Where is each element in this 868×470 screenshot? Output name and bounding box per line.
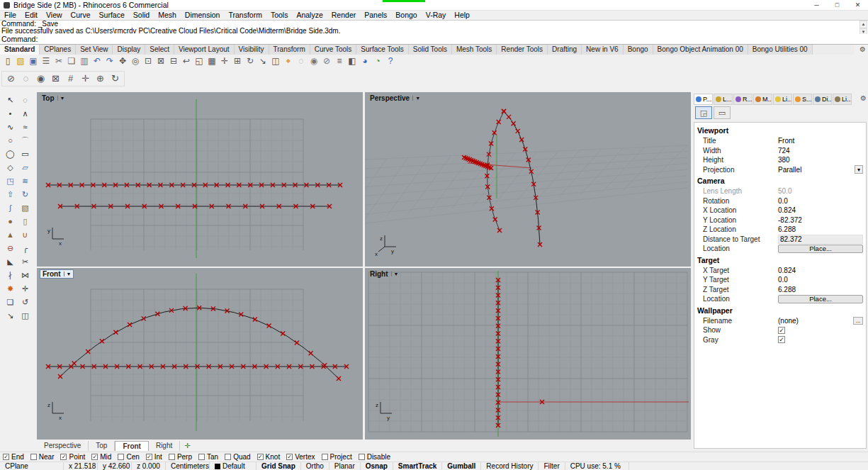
menu-analyze[interactable]: Analyze <box>292 11 327 20</box>
mirror-icon[interactable]: ◫ <box>269 55 282 67</box>
boolean-union-icon[interactable]: ∪ <box>18 228 33 242</box>
value-text[interactable]: 6.288 <box>778 286 796 293</box>
toolbar-tab-set-view[interactable]: Set View <box>76 45 113 55</box>
menu-tools[interactable]: Tools <box>266 11 293 20</box>
sphere-icon[interactable]: ● <box>3 215 18 228</box>
display-page-button[interactable]: ▭ <box>714 106 731 119</box>
value-text[interactable]: Front <box>778 137 794 145</box>
viewport-tab-perspective[interactable]: Perspective <box>37 441 89 451</box>
toolbar-tab-visibility[interactable]: Visibility <box>235 45 269 55</box>
split-icon[interactable]: ∤ <box>3 269 18 282</box>
circle-icon[interactable]: ○ <box>3 134 18 147</box>
polyline-icon[interactable]: ∧ <box>18 107 33 121</box>
scale-tool-icon[interactable]: ↘ <box>3 309 18 323</box>
cone-icon[interactable]: ▲ <box>3 228 18 242</box>
osnap-int-checkbox[interactable]: ✓ <box>146 454 152 460</box>
pan-icon[interactable]: ✥ <box>116 55 129 67</box>
surface-3pt-icon[interactable]: ◳ <box>3 174 18 188</box>
panel-tab-materials[interactable]: M... <box>753 94 772 105</box>
control-point-curve-icon[interactable]: ∿ <box>3 121 18 134</box>
render-preview-icon[interactable]: ◔ <box>371 55 384 67</box>
toolbar-tab-curve-tools[interactable]: Curve Tools <box>310 45 357 55</box>
status-osnap[interactable]: Osnap <box>361 462 393 470</box>
viewport-layout-icon[interactable]: ◱ <box>193 55 205 67</box>
join-icon[interactable]: ⋈ <box>18 269 33 282</box>
viewport-title-front[interactable]: Front▼ <box>40 269 74 279</box>
show-all-icon[interactable]: ◉ <box>33 72 48 86</box>
place-button[interactable]: Place... <box>778 295 863 303</box>
undo-icon[interactable]: ↶ <box>91 55 103 67</box>
place-button[interactable]: Place... <box>778 245 863 253</box>
value-text[interactable]: Parallel <box>778 166 801 174</box>
toolbar-tab-select[interactable]: Select <box>145 45 174 55</box>
help-icon[interactable]: ? <box>384 55 397 67</box>
osnap-quad[interactable]: Quad <box>225 453 250 461</box>
osnap-cen-checkbox[interactable] <box>118 454 124 460</box>
status-z-0-000[interactable]: z 0.000 <box>132 462 166 470</box>
zoom-selected-icon[interactable]: ⊟ <box>167 55 180 67</box>
cylinder-icon[interactable]: ▯ <box>18 215 33 228</box>
osnap-end-checkbox[interactable]: ✓ <box>3 454 9 460</box>
osnap-near-checkbox[interactable] <box>30 454 37 460</box>
fillet-curve-icon[interactable]: ╭ <box>18 242 33 255</box>
viewport-perspective[interactable]: Perspective▼zyx <box>365 92 691 267</box>
panel-tab-display[interactable]: Di... <box>813 94 832 105</box>
viewport-tab-front[interactable]: Front <box>115 441 149 451</box>
status-default[interactable]: Default <box>210 462 257 470</box>
osnap-near[interactable]: Near <box>30 453 55 461</box>
osnap-disable-checkbox[interactable] <box>359 454 365 460</box>
open-file-icon[interactable]: ▧ <box>14 55 27 67</box>
browse-button[interactable]: ... <box>853 317 863 325</box>
command-history[interactable]: Command: _Save File successfully saved a… <box>0 20 868 34</box>
minimize-button[interactable]: ─ <box>806 0 827 10</box>
panel-tab-libraries[interactable]: Li... <box>833 94 852 105</box>
cut-icon[interactable]: ✂ <box>52 55 65 67</box>
osnap-int[interactable]: ✓Int <box>146 453 162 461</box>
mirror-tool-icon[interactable]: ◫ <box>18 309 33 323</box>
points-on-icon[interactable]: ⌖ <box>282 55 295 67</box>
zoom-window-icon[interactable]: ⊡ <box>142 55 154 67</box>
toolbar-tab-drafting[interactable]: Drafting <box>548 45 582 55</box>
rectangle-icon[interactable]: ▭ <box>18 147 33 161</box>
toolbar-tab-surface-tools[interactable]: Surface Tools <box>356 45 408 55</box>
value-text[interactable]: 724 <box>778 147 790 155</box>
osnap-end[interactable]: ✓End <box>3 453 24 461</box>
extrude-curve-icon[interactable]: ⇧ <box>3 188 18 201</box>
value-text[interactable]: 380 <box>778 156 790 164</box>
panel-tab-sun[interactable]: S... <box>793 94 812 105</box>
viewport-canvas-front[interactable]: zx <box>37 268 363 440</box>
osnap-tan[interactable]: Tan <box>198 453 218 461</box>
status-planar[interactable]: Planar <box>329 462 361 470</box>
toolbar-tab-cplanes[interactable]: CPlanes <box>40 45 76 55</box>
osnap-vertex-checkbox[interactable]: ✓ <box>286 454 293 460</box>
viewport-title-top[interactable]: Top▼ <box>40 94 67 103</box>
menu-surface[interactable]: Surface <box>95 11 129 20</box>
single-point-icon[interactable]: • <box>3 107 18 121</box>
explode-icon[interactable]: ✸ <box>3 282 18 296</box>
status-centimeters[interactable]: Centimeters <box>166 462 210 470</box>
gumball-toggle-icon[interactable]: ⊕ <box>93 72 108 86</box>
value-text[interactable]: 0.824 <box>778 206 796 214</box>
toolbar-tab-new-in-v6[interactable]: New in V6 <box>582 45 624 55</box>
command-history-scrollbar[interactable]: ▲ ▼ <box>859 21 867 35</box>
menu-bongo[interactable]: Bongo <box>391 11 421 20</box>
toolbar-tab-render-tools[interactable]: Render Tools <box>497 45 548 55</box>
panel-tab-properties[interactable]: P... <box>694 94 713 105</box>
menu-render[interactable]: Render <box>327 11 360 20</box>
osnap-quad-checkbox[interactable] <box>225 454 231 460</box>
osnap-mid-checkbox[interactable]: ✓ <box>91 454 98 460</box>
maximize-button[interactable]: □ <box>827 0 847 10</box>
viewport-canvas-right[interactable]: zy <box>365 268 691 440</box>
status-grid-snap[interactable]: Grid Snap <box>257 462 301 470</box>
viewport-tab-top[interactable]: Top <box>89 441 115 451</box>
osnap-project-checkbox[interactable] <box>322 454 328 460</box>
osnap-point[interactable]: ✓Point <box>60 453 85 461</box>
status-ortho[interactable]: Ortho <box>301 462 329 470</box>
value-text[interactable]: 0.824 <box>778 267 796 274</box>
viewport-menu-arrow-icon[interactable]: ▼ <box>391 272 399 276</box>
osnap-project[interactable]: Project <box>322 453 352 461</box>
record-history-toggle-icon[interactable]: ↻ <box>108 72 123 86</box>
select-objects-icon[interactable]: ↖ <box>3 94 18 107</box>
show-checkbox[interactable]: ✓ <box>778 327 785 334</box>
lasso-select-icon[interactable]: ◌ <box>18 94 33 107</box>
